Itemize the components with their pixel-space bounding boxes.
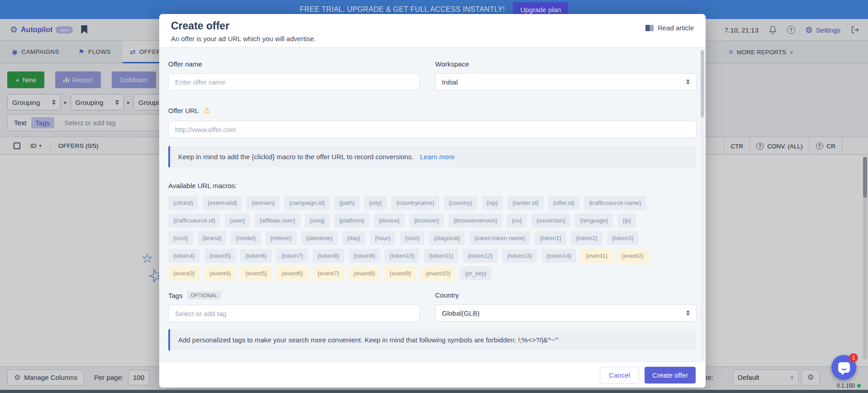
- macro-chip[interactable]: {trafficsource.name}: [584, 196, 646, 210]
- macro-chip[interactable]: {os}: [507, 213, 526, 227]
- macro-chip[interactable]: {isp}: [482, 196, 503, 210]
- macro-chip[interactable]: {token7}: [276, 249, 308, 263]
- workspace-select[interactable]: Initial: [435, 73, 697, 90]
- offer-name-input[interactable]: [168, 73, 420, 90]
- macro-chip[interactable]: {token1}: [535, 231, 566, 245]
- select-updown-icon: [686, 79, 690, 85]
- macro-chip[interactable]: {event1}: [581, 249, 612, 263]
- macro-chip[interactable]: {token10}: [384, 249, 419, 263]
- macro-chip[interactable]: {clickid}: [168, 196, 198, 210]
- read-article-link[interactable]: Read article: [645, 24, 694, 32]
- modal-scrollbar[interactable]: [701, 50, 704, 360]
- macro-chip[interactable]: {pr_key}: [460, 266, 492, 280]
- macro-chip[interactable]: {cost}: [168, 231, 193, 245]
- macro-chip[interactable]: {event9}: [384, 266, 416, 280]
- macro-chip[interactable]: {lander.id}: [508, 196, 544, 210]
- create-offer-modal: Create offer An offer is your ad URL whi…: [159, 14, 706, 388]
- chat-unread-badge: 1: [849, 353, 858, 362]
- macros-label: Available URL macros:: [168, 182, 697, 189]
- country-value: Global(GLB): [442, 309, 479, 317]
- macro-chip[interactable]: {browserversion}: [449, 213, 503, 227]
- offer-url-input[interactable]: [168, 121, 697, 138]
- macro-chip[interactable]: {datetime}: [301, 231, 338, 245]
- macro-chip[interactable]: {model}: [231, 231, 261, 245]
- macros-list: {clickid}{externalid}{domain}{campaign.i…: [168, 196, 697, 280]
- macro-chip[interactable]: {event2}: [617, 249, 649, 263]
- macro-chip[interactable]: {token13}: [502, 249, 537, 263]
- macro-chip[interactable]: {size}: [400, 231, 424, 245]
- macro-chip[interactable]: {token5}: [204, 249, 236, 263]
- country-select[interactable]: Global(GLB): [435, 304, 697, 322]
- warning-icon: ⚠: [203, 106, 210, 115]
- modal-title: Create offer: [171, 20, 694, 32]
- macro-chip[interactable]: {event3}: [168, 266, 200, 280]
- modal-footer: Cancel Create offer: [159, 362, 706, 388]
- macro-chip[interactable]: {token:token name}: [470, 231, 530, 245]
- cancel-button[interactable]: Cancel: [600, 367, 639, 384]
- clickid-note-text: Keep in mind to add the {clickid} macro …: [178, 153, 413, 161]
- macro-chip[interactable]: {ip}: [617, 213, 636, 227]
- macro-chip[interactable]: {campaign.id}: [284, 196, 330, 210]
- macro-chip[interactable]: {offer.id}: [548, 196, 579, 210]
- learn-more-link[interactable]: Learn more: [420, 153, 455, 161]
- read-article-label: Read article: [658, 24, 694, 32]
- version-label: 0.1.150: [837, 383, 861, 389]
- macro-chip[interactable]: {event5}: [240, 266, 272, 280]
- macro-chip[interactable]: {token14}: [541, 249, 576, 263]
- macro-chip[interactable]: {brand}: [198, 231, 227, 245]
- macro-chip[interactable]: {event8}: [349, 266, 380, 280]
- trial-message: FREE TRIAL. UPGRADE & GET FULL ACCESS IN…: [300, 5, 505, 14]
- clickid-note: Keep in mind to add the {clickid} macro …: [168, 146, 697, 167]
- macro-chip[interactable]: {path}: [334, 196, 360, 210]
- bottom-strip: [0, 390, 868, 393]
- macro-chip[interactable]: {event10}: [421, 266, 455, 280]
- macro-chip[interactable]: {osversion}: [531, 213, 570, 227]
- macro-chip[interactable]: {token11}: [424, 249, 458, 263]
- macro-chip[interactable]: {device}: [374, 213, 404, 227]
- app-window: FREE TRIAL. UPGRADE & GET FULL ACCESS IN…: [0, 0, 868, 393]
- tags-label-text: Tags: [168, 292, 183, 299]
- optional-badge: OPTIONAL: [187, 291, 221, 299]
- tags-note: Add personalized tags to make your searc…: [168, 329, 697, 350]
- macro-chip[interactable]: {platform}: [334, 213, 370, 227]
- macro-chip[interactable]: {token12}: [463, 249, 498, 263]
- macro-chip[interactable]: {event6}: [276, 266, 308, 280]
- macro-chip[interactable]: {hour}: [370, 231, 396, 245]
- create-offer-button[interactable]: Create offer: [645, 367, 696, 384]
- status-dot-icon: [857, 384, 861, 388]
- macro-chip[interactable]: {uniq}: [305, 213, 330, 227]
- macro-chip[interactable]: {trafficsource.id}: [168, 213, 220, 227]
- macro-chip[interactable]: {language}: [575, 213, 613, 227]
- modal-body: Offer name Workspace Initial Offer URL ⚠: [159, 47, 706, 362]
- macro-chip[interactable]: {affiliate.user}: [255, 213, 300, 227]
- macro-chip[interactable]: {diagonal}: [429, 231, 465, 245]
- macro-chip[interactable]: {domain}: [247, 196, 280, 210]
- offer-name-label: Offer name: [168, 60, 420, 68]
- macro-chip[interactable]: {browser}: [409, 213, 444, 227]
- macro-chip[interactable]: {token3}: [607, 231, 639, 245]
- macro-chip[interactable]: {event4}: [204, 266, 236, 280]
- macro-chip[interactable]: {day}: [342, 231, 365, 245]
- macro-chip[interactable]: {user}: [225, 213, 250, 227]
- macro-chip[interactable]: {country}: [444, 196, 477, 210]
- modal-header: Create offer An offer is your ad URL whi…: [159, 14, 706, 47]
- offer-url-label-text: Offer URL: [168, 107, 199, 114]
- macro-chip[interactable]: {token2}: [571, 231, 602, 245]
- macro-chip[interactable]: {token4}: [168, 249, 200, 263]
- macro-chip[interactable]: {token9}: [349, 249, 380, 263]
- tags-note-text: Add personalized tags to make your searc…: [178, 336, 559, 344]
- macro-chip[interactable]: {externalid}: [203, 196, 242, 210]
- macro-chip[interactable]: {countryname}: [391, 196, 439, 210]
- macro-chip[interactable]: {event7}: [313, 266, 344, 280]
- tags-input[interactable]: [168, 305, 420, 322]
- tags-label: Tags OPTIONAL: [168, 291, 420, 299]
- macro-chip[interactable]: {referer}: [266, 231, 297, 245]
- book-icon: [645, 25, 654, 31]
- version-number: 0.1.150: [837, 383, 855, 389]
- offer-url-label: Offer URL ⚠: [168, 106, 697, 115]
- country-label: Country: [435, 291, 697, 299]
- macro-chip[interactable]: {city}: [364, 196, 387, 210]
- chat-widget-button[interactable]: 1: [831, 355, 856, 380]
- macro-chip[interactable]: {token6}: [240, 249, 272, 263]
- macro-chip[interactable]: {token8}: [313, 249, 344, 263]
